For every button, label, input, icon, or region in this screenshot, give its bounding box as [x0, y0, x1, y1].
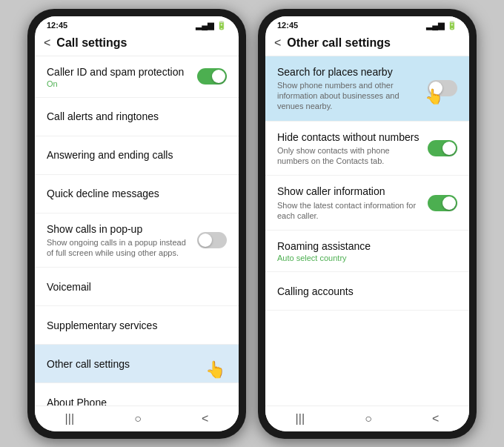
quick-decline-item[interactable]: Quick decline messages — [35, 175, 239, 213]
hide-contacts-item[interactable]: Hide contacts without numbers Only show … — [265, 122, 469, 176]
hide-contacts-desc: Only show contacts with phone numbers on… — [277, 145, 422, 167]
left-status-bar: 12:45 ▂▄▆ 🔋 — [35, 16, 239, 32]
right-status-bar: 12:45 ▂▄▆ 🔋 — [265, 16, 469, 32]
search-places-title: Search for places nearby — [277, 65, 422, 79]
right-battery-icon: 🔋 — [447, 21, 457, 30]
cursor-right-icon: 👆 — [425, 87, 443, 105]
call-alerts-left: Call alerts and ringtones — [47, 110, 227, 123]
other-call-settings-item[interactable]: Other call settings 👆 — [35, 345, 239, 383]
about-phone-title: About Phone — [47, 396, 221, 405]
hide-contacts-knob — [442, 142, 456, 155]
hide-contacts-left: Hide contacts without numbers Only show … — [277, 130, 428, 167]
show-calls-knob — [199, 234, 212, 247]
calling-accounts-left: Calling accounts — [277, 285, 457, 298]
signal-icon: ▂▄▆ — [196, 21, 213, 30]
voicemail-left: Voicemail — [47, 280, 227, 294]
show-caller-knob — [442, 196, 456, 210]
right-header: < Other call settings — [265, 32, 469, 56]
call-alerts-item[interactable]: Call alerts and ringtones — [35, 98, 239, 136]
caller-id-knob — [212, 70, 225, 83]
calling-accounts-item[interactable]: Calling accounts — [265, 272, 469, 311]
right-signal-icon: ▂▄▆ — [426, 21, 444, 30]
about-phone-left: About Phone — [47, 396, 227, 405]
hide-contacts-toggle[interactable] — [428, 140, 457, 156]
left-header-title: Call settings — [56, 36, 127, 50]
show-caller-desc: Show the latest contact information for … — [277, 200, 422, 222]
caller-id-sub: On — [47, 79, 191, 88]
right-header-title: Other call settings — [287, 36, 391, 50]
left-header: < Call settings — [35, 32, 239, 56]
quick-decline-title: Quick decline messages — [47, 187, 221, 200]
left-back-button[interactable]: < — [44, 36, 50, 50]
caller-id-item[interactable]: Caller ID and spam protection On — [35, 56, 239, 98]
roaming-title: Roaming assistance — [277, 239, 451, 253]
show-caller-title: Show caller information — [277, 185, 422, 198]
show-calls-toggle[interactable] — [197, 232, 227, 248]
voicemail-title: Voicemail — [47, 280, 221, 294]
right-nav-bar: ||| ○ < — [265, 405, 469, 431]
caller-id-title: Caller ID and spam protection — [47, 65, 191, 79]
right-settings-list: Search for places nearby Show phone numb… — [265, 56, 469, 405]
show-caller-toggle[interactable] — [428, 195, 457, 211]
right-phone: 12:45 ▂▄▆ 🔋 < Other call settings Search… — [258, 9, 477, 439]
about-phone-item[interactable]: About Phone — [35, 383, 239, 405]
show-calls-title: Show calls in pop-up — [47, 222, 191, 236]
answering-left: Answering and ending calls — [47, 148, 227, 162]
show-caller-left: Show caller information Show the latest … — [277, 185, 428, 221]
right-nav-recent[interactable]: ||| — [296, 412, 305, 426]
show-calls-item[interactable]: Show calls in pop-up Show ongoing calls … — [35, 213, 239, 268]
left-status-icons: ▂▄▆ 🔋 — [196, 21, 227, 30]
caller-id-left: Caller ID and spam protection On — [47, 65, 197, 88]
right-back-button[interactable]: < — [274, 36, 281, 50]
caller-id-toggle[interactable] — [197, 68, 227, 85]
supplementary-left: Supplementary services — [47, 319, 227, 332]
cursor-icon: 👆 — [205, 360, 225, 380]
roaming-link: Auto select country — [277, 254, 451, 262]
roaming-left: Roaming assistance Auto select country — [277, 239, 457, 262]
voicemail-item[interactable]: Voicemail — [35, 268, 239, 306]
left-nav-back[interactable]: < — [202, 412, 208, 426]
answering-title: Answering and ending calls — [47, 148, 221, 162]
right-phone-screen: 12:45 ▂▄▆ 🔋 < Other call settings Search… — [265, 16, 469, 431]
quick-decline-left: Quick decline messages — [47, 187, 227, 200]
left-nav-home[interactable]: ○ — [134, 412, 142, 426]
answering-item[interactable]: Answering and ending calls — [35, 136, 239, 175]
right-nav-home[interactable]: ○ — [365, 412, 372, 426]
supplementary-title: Supplementary services — [47, 319, 221, 332]
supplementary-item[interactable]: Supplementary services — [35, 306, 239, 345]
right-nav-back[interactable]: < — [432, 412, 439, 426]
left-phone-screen: 12:45 ▂▄▆ 🔋 < Call settings Caller ID an… — [35, 16, 239, 431]
left-phone: 12:45 ▂▄▆ 🔋 < Call settings Caller ID an… — [27, 9, 246, 439]
search-places-left: Search for places nearby Show phone numb… — [277, 65, 428, 112]
left-status-time: 12:45 — [47, 21, 67, 30]
left-settings-list: Caller ID and spam protection On Call al… — [35, 56, 239, 405]
show-caller-item[interactable]: Show caller information Show the latest … — [265, 176, 469, 231]
search-places-desc: Show phone numbers and other information… — [277, 80, 422, 112]
hide-contacts-title: Hide contacts without numbers — [277, 130, 422, 144]
right-status-icons: ▂▄▆ 🔋 — [426, 21, 457, 30]
other-call-settings-title: Other call settings — [47, 357, 221, 371]
search-places-item[interactable]: Search for places nearby Show phone numb… — [265, 56, 469, 122]
calling-accounts-title: Calling accounts — [277, 285, 451, 298]
left-nav-recent[interactable]: ||| — [65, 412, 74, 426]
other-call-settings-left: Other call settings — [47, 357, 227, 371]
left-nav-bar: ||| ○ < — [35, 405, 239, 431]
call-alerts-title: Call alerts and ringtones — [47, 110, 221, 123]
show-calls-left: Show calls in pop-up Show ongoing calls … — [47, 222, 197, 259]
battery-icon: 🔋 — [216, 21, 227, 30]
show-calls-desc: Show ongoing calls in a popup instead of… — [47, 237, 191, 259]
roaming-item[interactable]: Roaming assistance Auto select country — [265, 231, 469, 272]
phones-container: 12:45 ▂▄▆ 🔋 < Call settings Caller ID an… — [27, 9, 477, 439]
right-status-time: 12:45 — [277, 21, 298, 30]
search-places-toggle-wrapper: 👆 — [428, 80, 457, 96]
